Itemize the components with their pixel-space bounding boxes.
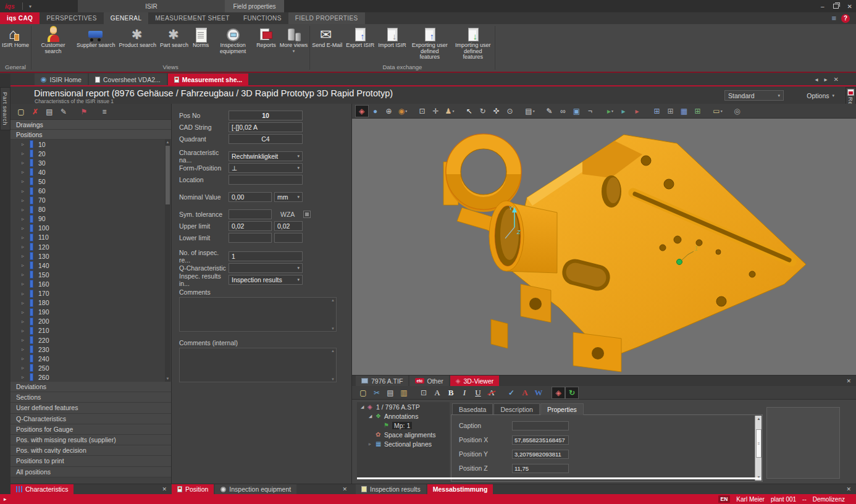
filter-section-row[interactable]: Pos. with missing results (supplier) (10, 435, 171, 445)
position-row[interactable]: ▹ 230 (10, 345, 171, 354)
filter-section-row[interactable]: Positions for Gauge (10, 424, 171, 435)
delete-position-icon[interactable]: ✗ (29, 106, 41, 117)
property-value-input[interactable]: 57,8558235168457 (512, 435, 569, 445)
align-grid-icon[interactable]: ▦ (678, 106, 690, 117)
walk-mode-icon[interactable]: ♟ ▾ (443, 106, 456, 117)
unit-select[interactable]: mm ▾ (274, 192, 303, 202)
tab-scroll-left-icon[interactable]: ◂ (815, 76, 818, 83)
inspection-equipment-button[interactable]: Inspection equipment (211, 26, 254, 54)
viewer-3d-icon[interactable]: ◈ (552, 387, 564, 398)
wireframe-globe-icon[interactable]: ⊕ (383, 106, 395, 117)
position-row[interactable]: ▹ 140 (10, 261, 171, 270)
tab-scroll-right-icon[interactable]: ▸ (825, 76, 828, 83)
cut-icon[interactable]: ✂ (371, 387, 383, 398)
italic-icon[interactable]: I (458, 387, 471, 398)
position-row[interactable]: ▹ 120 (10, 242, 171, 251)
tab-perspectives[interactable]: PERSPECTIVES (40, 12, 104, 24)
link-icon[interactable]: ∞ (557, 106, 569, 117)
expand-icon[interactable]: ▹ (22, 272, 30, 277)
property-value-input[interactable] (512, 421, 569, 430)
tab-characteristics[interactable]: Characteristics (10, 484, 73, 494)
part-search-button[interactable]: Part search (158, 26, 190, 49)
probe-move-icon[interactable]: ▸ (618, 106, 630, 117)
zoom-view-icon[interactable]: ⊙ (504, 106, 516, 117)
expand-icon[interactable]: ▹ (22, 346, 30, 352)
scroll-down-icon[interactable]: ▼ (165, 376, 170, 382)
filter-section-row[interactable]: Sections (10, 392, 171, 403)
export-user-features-button[interactable]: Exporting user defined features (408, 26, 451, 61)
tree-item[interactable]: ◢ ❖ Annotations (357, 411, 450, 421)
expand-icon[interactable]: ▹ (22, 188, 30, 194)
position-row[interactable]: ▹ 160 (10, 279, 171, 288)
tab-3d-viewer[interactable]: ◈ 3D-Viewer (450, 376, 500, 386)
expand-icon[interactable]: ▹ (22, 198, 30, 203)
filter-section-row[interactable]: Deviations (10, 382, 171, 392)
expand-icon[interactable]: ▹ (369, 442, 376, 447)
filter-section-row[interactable]: All positions (10, 467, 171, 477)
comments-internal-textarea[interactable]: ▲ ▼ (179, 348, 337, 382)
more-options-icon[interactable]: ⊡ (418, 387, 430, 398)
fit-view-icon[interactable]: ✛ (430, 106, 442, 117)
rotate-view-icon[interactable]: ↻ (477, 106, 489, 117)
language-badge[interactable]: EN (718, 495, 731, 503)
position-row[interactable]: ▹ 240 (10, 354, 171, 363)
new-position-icon[interactable]: ▢ (15, 106, 27, 117)
pos-no-input[interactable] (229, 111, 303, 120)
more-views-button[interactable]: More views ▾ (278, 26, 310, 54)
quick-access-caret-icon[interactable]: ▾ (25, 4, 35, 9)
strikeout-icon[interactable]: A (485, 387, 498, 398)
position-row[interactable]: ▹ 90 (10, 214, 171, 224)
section-drawings[interactable]: Drawings (10, 120, 171, 130)
import-isir-button[interactable]: Import ISIR (376, 26, 408, 49)
position-row[interactable]: ▹ 260 (10, 372, 171, 382)
model-display-icon[interactable]: ◈ (356, 106, 368, 117)
expand-icon[interactable]: ▹ (22, 309, 30, 315)
position-row[interactable]: ▹ 40 (10, 167, 171, 177)
position-row[interactable]: ▹ 170 (10, 289, 171, 298)
clipboard-icon[interactable]: ▤ ▾ (524, 106, 536, 117)
zoom-window-icon[interactable]: ⊡ (416, 106, 429, 117)
view-preset-select[interactable]: Standard ▾ (724, 90, 784, 101)
cad-part-3d[interactable]: Y Z 1 (352, 119, 856, 375)
expand-icon[interactable]: ▹ (22, 169, 30, 175)
expand-icon[interactable]: ▹ (22, 319, 30, 324)
expand-icon[interactable]: ▹ (22, 244, 30, 250)
position-row[interactable]: ▹ 20 (10, 149, 171, 158)
snapshot-icon[interactable]: ▭ ▾ (711, 106, 724, 117)
underline-icon[interactable]: U (472, 387, 484, 398)
quadrant-input[interactable] (229, 134, 303, 144)
characteristic-select[interactable]: Rechtwinkligkeit ▾ (229, 151, 303, 161)
tab-basedata[interactable]: Basedata (452, 403, 493, 414)
results-in-select[interactable]: Inspection results ▾ (229, 275, 303, 285)
options-button[interactable]: Options ▾ (807, 90, 834, 101)
position-row[interactable]: ▹ 60 (10, 186, 171, 195)
import-user-features-button[interactable]: Importing user defined features (451, 26, 495, 61)
tab-inspection-results[interactable]: Inspection results (356, 484, 426, 494)
close-button[interactable]: ✕ (847, 3, 852, 10)
annotation-pen-icon[interactable]: ✎ (543, 106, 556, 117)
filter-section-row[interactable]: Positions to print (10, 456, 171, 466)
expand-icon[interactable]: ▹ (22, 337, 30, 343)
position-row[interactable]: ▹ 180 (10, 298, 171, 308)
nominal-value-input[interactable] (229, 192, 272, 202)
export-isir-button[interactable]: Export ISIR (344, 26, 376, 49)
filter-section-row[interactable]: Pos. with cavity decision (10, 445, 171, 456)
edit-position-icon[interactable]: ✎ (57, 106, 70, 117)
position-row[interactable]: ▹ 70 (10, 196, 171, 205)
lower-limit-abs-input[interactable] (274, 233, 303, 243)
position-row[interactable]: ▹ 30 (10, 158, 171, 167)
send-email-button[interactable]: Send E-Mail (310, 26, 344, 49)
ribbon-menu-icon[interactable]: ≡ (831, 14, 836, 23)
flag-position-icon[interactable]: ⚑ (78, 106, 90, 117)
position-row[interactable]: ▹ 150 (10, 270, 171, 279)
section-positions[interactable]: Positions (10, 130, 171, 140)
tab-general[interactable]: GENERAL (104, 12, 149, 24)
isir-home-button[interactable]: ISIR Home (0, 26, 31, 49)
doc-tab-measurement-sheet[interactable]: Measurement she... (168, 74, 248, 85)
position-row[interactable]: ▹ 210 (10, 326, 171, 335)
q-characteristic-select[interactable]: ▾ (229, 263, 303, 273)
expand-icon[interactable]: ▹ (22, 253, 30, 259)
expand-icon[interactable]: ▹ (22, 216, 30, 222)
tab-functions[interactable]: FUNCTIONS (237, 12, 288, 24)
expand-icon[interactable]: ▹ (22, 281, 30, 287)
